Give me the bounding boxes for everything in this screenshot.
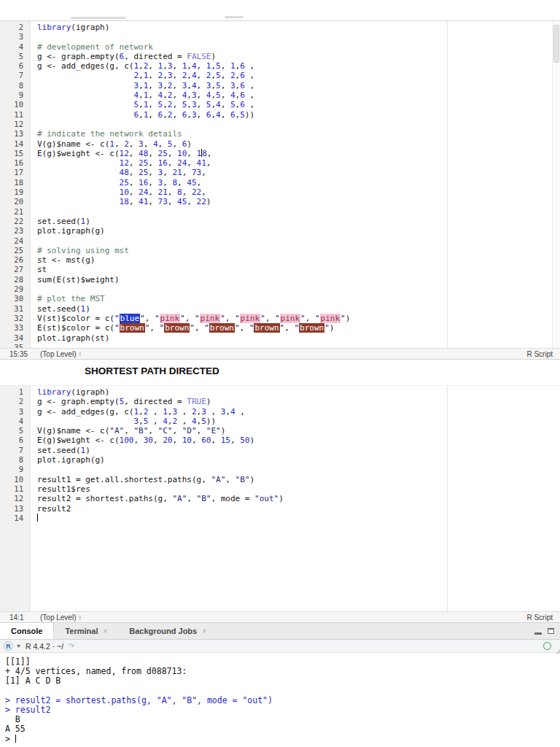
code-line[interactable]: result2 = shortest.paths(g, "A", "B", mo… <box>37 494 560 503</box>
line-number: 35 <box>0 343 30 348</box>
line-number: 5 <box>0 52 30 61</box>
code-line[interactable]: 6,1, 6,2, 6,3, 6,4, 6,5)) <box>37 110 560 120</box>
line-number: 10 <box>0 100 30 109</box>
minimize-icon[interactable] <box>534 632 542 635</box>
code-line[interactable] <box>37 343 560 348</box>
code-line[interactable]: 4,1, 4,2, 4,3, 4,5, 4,6 , <box>37 90 560 100</box>
code-line[interactable]: result2 <box>37 504 560 514</box>
line-number: 11 <box>0 110 30 120</box>
code-line[interactable]: plot.igraph(g) <box>37 226 560 236</box>
code-line[interactable]: V(st)$color = c("blue", "pink", "pink", … <box>37 314 560 323</box>
cursor-position: 14:1 <box>9 614 34 622</box>
close-icon[interactable]: × <box>103 627 107 635</box>
code-line[interactable]: g <- graph.empty(6, directed = FALSE) <box>37 52 560 61</box>
code-line[interactable]: st <box>37 265 560 274</box>
text-cursor <box>15 735 16 743</box>
code-line[interactable] <box>37 285 560 294</box>
code-line[interactable]: result1$res <box>37 484 560 494</box>
tab-console[interactable]: Console <box>0 623 54 639</box>
console-tab-bar: Console Terminal × Background Jobs × <box>0 623 560 640</box>
line-number: 29 <box>0 285 30 294</box>
code-line[interactable]: set.seed(1) <box>37 304 560 314</box>
code-line[interactable]: # solving using mst <box>37 246 560 255</box>
line-number: 2 <box>0 23 30 32</box>
line-number: 3 <box>0 407 30 417</box>
code-line[interactable]: 3,5 , 4,2 , 4,5)) <box>37 417 560 426</box>
line-number: 21 <box>0 207 30 217</box>
code-editor-area[interactable]: library(igraph)g <- graph.empty(5, direc… <box>31 386 560 611</box>
code-line[interactable]: # indicate the network details <box>37 129 560 139</box>
code-line[interactable]: library(igraph) <box>37 387 560 397</box>
console-output-line: [1] A C D B <box>5 676 560 686</box>
line-number: 16 <box>0 158 30 168</box>
code-line[interactable]: g <- graph.empty(5, directed = TRUE) <box>37 397 560 406</box>
code-line[interactable]: set.seed(1) <box>37 446 560 455</box>
memory-status-icon[interactable] <box>543 642 551 650</box>
close-icon[interactable]: × <box>202 627 206 635</box>
file-type-selector[interactable]: R Script <box>526 350 553 358</box>
code-line[interactable]: V(g)$name <- c("A", "B", "C", "D", "E") <box>37 426 560 436</box>
code-line[interactable]: set.seed(1) <box>37 217 560 226</box>
corner-decoration <box>556 647 560 654</box>
updown-icon: ↕ <box>78 350 82 357</box>
chevron-down-icon[interactable]: ▼ <box>16 643 21 649</box>
console-header: R ▼ R 4.4.2 · ~/ ↷ <box>0 640 560 653</box>
code-line[interactable] <box>37 207 560 217</box>
code-line[interactable] <box>37 120 560 129</box>
scope-selector[interactable]: (Top Level) ↕ <box>40 614 82 622</box>
code-editor-area[interactable]: library(igraph)# development of networkg… <box>31 21 560 348</box>
code-line[interactable] <box>37 514 560 523</box>
maximize-icon[interactable] <box>548 628 554 634</box>
tab-background-jobs[interactable]: Background Jobs × <box>118 623 217 639</box>
console-command-line: > result2 <box>5 705 560 715</box>
code-line[interactable]: plot.igraph(g) <box>37 455 560 465</box>
code-line[interactable]: 10, 24, 21, 8, 22, <box>37 187 560 197</box>
code-line[interactable]: g <- add_edges(g, c(1,2, 1,3, 1,4, 1,5, … <box>37 61 560 71</box>
line-number: 33 <box>0 323 30 333</box>
r-session-label: R 4.4.2 · ~/ <box>26 642 63 651</box>
line-number: 30 <box>0 294 30 303</box>
code-line[interactable]: 48, 25, 3, 21, 73, <box>37 168 560 177</box>
line-number: 31 <box>0 304 30 314</box>
code-line[interactable]: V(g)$name <- c(1, 2, 3, 4, 5, 6) <box>37 139 560 149</box>
line-number: 19 <box>0 187 30 197</box>
code-line[interactable] <box>37 236 560 246</box>
console-output[interactable]: [[1]]+ 4/5 vertices, named, from d088713… <box>0 654 560 747</box>
code-line[interactable]: g <- add_edges(g, c(1,2 , 1,3 , 2,3 , 3,… <box>37 407 560 417</box>
code-line[interactable]: E(g)$weight <- c(12, 48, 25, 10, 18, <box>37 149 560 158</box>
editor-scrollbar[interactable] <box>552 21 560 348</box>
code-line[interactable]: sum(E(st)$weight) <box>37 275 560 285</box>
code-line[interactable]: result1 = get.all.shortest.paths(g, "A",… <box>37 475 560 484</box>
line-number: 32 <box>0 314 30 323</box>
tab-terminal[interactable]: Terminal × <box>54 623 118 639</box>
goto-directory-icon[interactable]: ↷ <box>68 642 74 650</box>
console-output-line <box>5 686 560 696</box>
code-line[interactable] <box>37 465 560 474</box>
line-number: 2 <box>0 397 30 406</box>
code-line[interactable]: E(g)$weight <- c(100, 30, 20, 10, 60, 15… <box>37 436 560 445</box>
code-line[interactable] <box>37 32 560 42</box>
code-line[interactable]: 12, 25, 16, 24, 41, <box>37 158 560 168</box>
line-number: 3 <box>0 32 30 42</box>
code-line[interactable]: 18, 41, 73, 45, 22) <box>37 197 560 206</box>
rstudio-screenshot: 2345678910111213141516171819202122232425… <box>0 0 560 747</box>
line-number: 18 <box>0 178 30 187</box>
console-output-line: + 4/5 vertices, named, from d088713: <box>5 667 560 676</box>
code-line[interactable]: 2,1, 2,3, 2,4, 2,5, 2,6 , <box>37 71 560 80</box>
code-line[interactable]: # development of network <box>37 42 560 52</box>
file-type-selector[interactable]: R Script <box>526 614 553 622</box>
scope-selector[interactable]: (Top Level) ↕ <box>40 350 82 358</box>
console-output-line: B <box>5 715 560 724</box>
code-line[interactable]: library(igraph) <box>37 23 560 32</box>
code-line[interactable]: st <- mst(g) <box>37 255 560 265</box>
code-line[interactable]: 25, 16, 3, 8, 45, <box>37 178 560 187</box>
code-line[interactable]: plot.igraph(st) <box>37 333 560 343</box>
code-line[interactable]: E(st)$color = c("brown", "brown", "brown… <box>37 323 560 333</box>
code-line[interactable]: 5,1, 5,2, 5,3, 5,4, 5,6 , <box>37 100 560 109</box>
code-line[interactable]: 3,1, 3,2, 3,4, 3,5, 3,6 , <box>37 81 560 90</box>
scrollbar-thumb[interactable] <box>553 25 559 63</box>
line-number: 6 <box>0 436 30 445</box>
line-number: 22 <box>0 217 30 226</box>
updown-icon: ↕ <box>78 614 82 621</box>
code-line[interactable]: # plot the MST <box>37 294 560 303</box>
